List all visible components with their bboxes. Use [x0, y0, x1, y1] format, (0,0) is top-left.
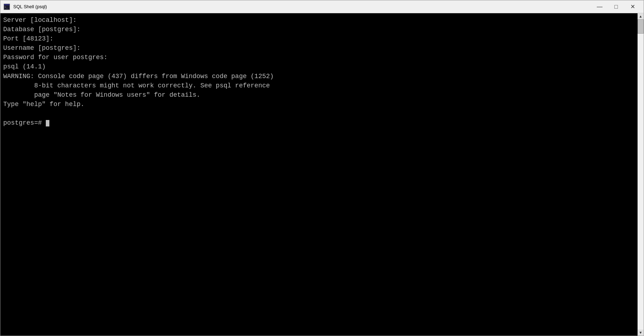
svg-text:>_: >_: [5, 6, 8, 9]
sql-shell-window: >_ SQL Shell (psql) — □ ✕ Server [localh…: [0, 0, 644, 336]
svg-rect-1: [4, 4, 10, 5]
window-title: SQL Shell (psql): [13, 4, 591, 9]
minimize-button[interactable]: —: [591, 0, 608, 13]
terminal-output[interactable]: Server [localhost]: Database [postgres]:…: [0, 13, 638, 336]
terminal-prompt: postgres=#: [3, 119, 46, 126]
scroll-down-button[interactable]: ▼: [638, 330, 644, 336]
window-controls: — □ ✕: [591, 0, 641, 13]
title-bar: >_ SQL Shell (psql) — □ ✕: [0, 0, 644, 13]
scroll-up-button[interactable]: ▲: [638, 13, 644, 19]
window-body: Server [localhost]: Database [postgres]:…: [0, 13, 644, 336]
scrollbar-track[interactable]: [638, 19, 644, 330]
scrollbar[interactable]: ▲ ▼: [638, 13, 644, 336]
scrollbar-thumb[interactable]: [638, 19, 644, 34]
terminal-cursor: [46, 120, 49, 126]
close-button[interactable]: ✕: [624, 0, 641, 13]
app-icon: >_: [3, 3, 10, 10]
maximize-button[interactable]: □: [608, 0, 624, 13]
